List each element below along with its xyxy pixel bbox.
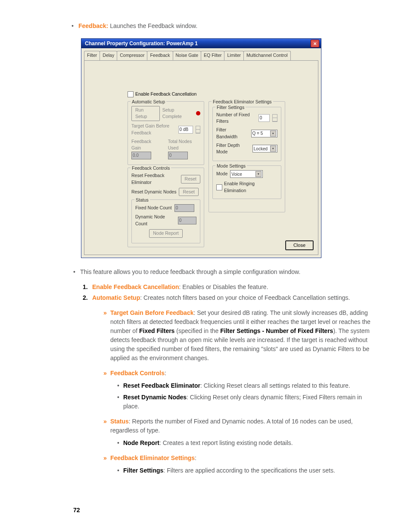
chev-fbes: Feedback Eliminator Settings: Filter Set…	[110, 454, 372, 475]
s2-lead: Reset Dynamic Nodes	[123, 394, 187, 401]
num-fixed-field[interactable]: 0	[258, 114, 270, 122]
sub-node-report: Node Report: Creates a text report listi…	[123, 439, 372, 448]
c2-tail: :	[165, 370, 166, 376]
legend-filter: Filter Settings	[215, 104, 246, 111]
s1-tail: : Clicking Reset clears all settings rel…	[200, 382, 350, 389]
num-fixed-label: Number of Fixed Filters	[216, 112, 256, 125]
group-filter-settings: Filter Settings Number of Fixed Filters …	[212, 107, 281, 162]
close-icon[interactable]: ✕	[311, 40, 319, 47]
s3-lead: Node Report	[123, 439, 159, 446]
group-mode-settings: Mode Settings Mode Voice▾ Enable Ringing…	[212, 165, 281, 199]
depth-value: Locked	[254, 146, 268, 152]
sub-filter-settings: Filter Settings: Filters are applied acc…	[123, 466, 372, 475]
tab-eq-filter[interactable]: EQ Filter	[201, 51, 224, 60]
run-setup-button[interactable]: Run Setup	[131, 106, 160, 121]
tab-row: Filter Delay Compressor Feedback Noise G…	[81, 48, 321, 60]
bandwidth-value: Q = 5	[252, 130, 263, 137]
intro-bullet: Feedback: Launches the Feedback window.	[73, 22, 372, 31]
legend-mode: Mode Settings	[215, 163, 247, 170]
tab-compressor[interactable]: Compressor	[117, 51, 147, 60]
target-gain-field[interactable]: 0 dB	[178, 126, 193, 134]
spinner-icon[interactable]	[196, 126, 200, 134]
node-report-button[interactable]: Node Report	[149, 229, 183, 238]
ol-item-2: Automatic Setup: Creates notch filters b…	[92, 293, 372, 302]
mode-label: Mode	[216, 171, 227, 177]
c2-lead: Feedback Controls	[110, 370, 165, 376]
chevron-down-icon: ▾	[270, 146, 276, 152]
s3-tail: : Creates a text report listing existing…	[159, 439, 293, 446]
mode-value: Voice	[231, 171, 242, 177]
tab-panel: Enable Feedback Cancellation Automatic S…	[84, 60, 318, 255]
window-title: Channel Property Configuration: PowerAmp…	[85, 40, 198, 47]
intro-text: Launches the Feedback window.	[108, 22, 197, 29]
c1-lead: Target Gain Before Feedback	[110, 309, 193, 316]
bandwidth-label: Filter Bandwidth	[216, 127, 249, 140]
c3-tail: : Reports the number of Fixed and Dynami…	[110, 418, 353, 434]
legend-auto: Automatic Setup	[131, 99, 166, 106]
bandwidth-dropdown[interactable]: Q = 5▾	[251, 130, 277, 137]
spinner-icon[interactable]	[272, 114, 277, 122]
enable-feedback-cancellation[interactable]: Enable Feedback Cancellation	[128, 91, 285, 98]
ol2-lead: Automatic Setup	[92, 294, 140, 301]
tab-multichannel[interactable]: Multichannel Control	[243, 51, 291, 60]
reset-fb-label: Reset Feedback Eliminator	[131, 172, 178, 186]
tab-noise-gate[interactable]: Noise Gate	[173, 51, 202, 60]
enable-label: Enable Feedback Cancellation	[135, 91, 196, 98]
dynamic-node-label: Dynamic Node Count	[135, 214, 175, 227]
c3-lead: Status	[110, 418, 129, 425]
chevron-down-icon: ▾	[255, 171, 262, 177]
checkbox-icon[interactable]	[216, 184, 222, 190]
reset-dyn-label: Reset Dynamic Nodes	[131, 189, 176, 196]
reset-dyn-button[interactable]: Reset	[179, 188, 198, 196]
c1c: (specified in the	[174, 327, 220, 334]
group-fbes: Feedback Eliminator Settings Filter Sett…	[209, 101, 285, 212]
led-icon	[196, 111, 200, 115]
body-lead: This feature allows you to reduce feedba…	[80, 268, 372, 277]
group-feedback-controls: Feedback Controls Reset Feedback Elimina…	[128, 168, 204, 247]
ere-label: Enable Ringing Elimination	[224, 180, 277, 194]
fixed-node-label: Fixed Node Count	[135, 205, 172, 212]
depth-dropdown[interactable]: Locked▾	[252, 145, 277, 152]
enable-ringing-elimination[interactable]: Enable Ringing Elimination	[216, 180, 277, 194]
ol1-tail: : Enables or Disables the feature.	[179, 283, 268, 290]
dynamic-node-value: 0	[178, 217, 196, 224]
sub-reset-fb: Reset Feedback Eliminator: Clicking Rese…	[123, 381, 372, 390]
tab-feedback[interactable]: Feedback	[147, 51, 173, 60]
page-number: 72	[73, 506, 80, 515]
total-nodes-label: Total Nodes Used	[168, 139, 192, 151]
group-automatic-setup: Automatic Setup Run Setup Setup Complete…	[128, 101, 204, 165]
chevron-down-icon: ▾	[270, 131, 276, 137]
tab-delay[interactable]: Delay	[100, 51, 117, 60]
mode-dropdown[interactable]: Voice▾	[230, 170, 263, 178]
intro-label: Feedback:	[78, 22, 108, 29]
legend-controls: Feedback Controls	[131, 165, 171, 172]
titlebar: Channel Property Configuration: PowerAmp…	[81, 39, 321, 48]
tab-limiter[interactable]: Limiter	[224, 51, 244, 60]
ol-item-1: Enable Feedback Cancellation: Enables or…	[92, 283, 372, 292]
fixed-node-value: 0	[174, 204, 194, 212]
s4-lead: Filter Settings	[123, 467, 163, 474]
target-gain-label: Target Gain Before Feedback	[131, 123, 176, 137]
tab-filter[interactable]: Filter	[84, 51, 100, 60]
depth-label: Filter Depth Mode	[216, 142, 250, 156]
checkbox-icon[interactable]	[128, 91, 134, 97]
ol1-lead: Enable Feedback Cancellation	[92, 283, 179, 290]
close-button[interactable]: Close	[285, 240, 314, 250]
config-window: Channel Property Configuration: PowerAmp…	[81, 38, 321, 258]
s4-tail: : Filters are applied according to the s…	[163, 467, 335, 474]
c1d: Filter Settings - Number of Fixed Filter…	[220, 327, 333, 334]
reset-fb-button[interactable]: Reset	[181, 175, 200, 184]
ol2-tail: : Creates notch filters based on your ch…	[140, 294, 350, 301]
s1-lead: Reset Feedback Eliminator	[123, 382, 200, 389]
chev-target-gain: Target Gain Before Feedback: Set your de…	[110, 308, 372, 363]
legend-status: Status	[134, 197, 150, 204]
group-status: Status Fixed Node Count 0 Dynamic Node C…	[131, 199, 200, 243]
feedback-gain-value: 0.0	[131, 152, 151, 159]
feedback-gain-label: Feedback Gain	[131, 139, 151, 151]
c1b: Fixed Filters	[139, 327, 174, 334]
c4-tail: :	[195, 454, 196, 461]
chev-status: Status: Reports the number of Fixed and …	[110, 417, 372, 448]
setup-complete-label: Setup Complete	[162, 107, 194, 121]
sub-reset-dyn: Reset Dynamic Nodes: Clicking Reset only…	[123, 393, 372, 411]
total-nodes-value: 0	[168, 152, 188, 159]
